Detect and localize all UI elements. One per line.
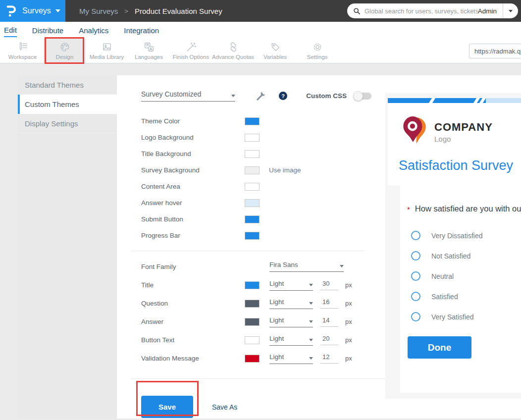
theme-select[interactable]: Survey Customized: [141, 90, 235, 102]
tab-edit[interactable]: Edit: [4, 23, 17, 37]
font-color-swatch[interactable]: [245, 355, 260, 363]
font-color-swatch[interactable]: [245, 300, 260, 308]
font-family-row: Font Family Fira Sans: [141, 257, 385, 276]
save-as-link[interactable]: Save As: [212, 403, 237, 411]
admin-dropdown-button[interactable]: [503, 10, 518, 12]
color-swatch[interactable]: [245, 199, 260, 207]
font-family-value: Fira Sans: [269, 261, 298, 268]
font-color-swatch[interactable]: [245, 318, 260, 326]
radio-button[interactable]: [411, 312, 420, 321]
font-size-field[interactable]: 30: [320, 280, 338, 290]
search-input[interactable]: [365, 7, 478, 15]
color-swatch[interactable]: [245, 215, 260, 223]
unit-label: px: [345, 318, 352, 325]
font-size-field[interactable]: 20: [320, 335, 338, 345]
toolbar-item-finish-options[interactable]: Finish Options: [170, 39, 212, 63]
chevron-down-icon: [309, 284, 313, 286]
option-very-dissatisfied[interactable]: Very Dissatisfied: [411, 225, 521, 246]
font-color-swatch[interactable]: [245, 281, 260, 289]
font-size-field[interactable]: 16: [320, 298, 338, 309]
theme-selector-row: Survey Customized ? Custom CSS: [141, 90, 385, 102]
design-card: Standard Themes Custom Themes Display Se…: [18, 75, 521, 419]
required-asterisk: *: [407, 205, 410, 213]
custom-css-toggle[interactable]: [355, 93, 371, 100]
pencil-list-icon: [17, 42, 29, 52]
proprofs-logo-icon: [6, 4, 18, 17]
option-neutral[interactable]: Neutral: [411, 266, 521, 286]
done-button[interactable]: Done: [408, 336, 471, 359]
color-swatch[interactable]: [245, 166, 260, 174]
admin-menu[interactable]: Admin: [478, 7, 497, 15]
answer-options: Very Dissatisfied Not Satisfied Neutral: [411, 225, 521, 327]
company-logo-text: COMPANY Logo: [434, 121, 493, 143]
survey-url-input[interactable]: [469, 44, 521, 58]
color-row-content-area: Content Area: [141, 178, 385, 195]
radio-button[interactable]: [411, 271, 420, 281]
edit-toolbar: Workspace Design Media Library: [0, 39, 521, 63]
tab-integration[interactable]: Integration: [124, 24, 159, 37]
radio-button[interactable]: [411, 231, 420, 240]
font-family-select[interactable]: Fira Sans: [269, 261, 344, 272]
toolbar-item-design[interactable]: Design: [44, 39, 86, 63]
color-row-progress-bar: Progress Bar: [141, 227, 385, 244]
toolbar-item-settings[interactable]: Settings: [296, 39, 338, 63]
app-window: Surveys My Surveys > Product Evaluation …: [0, 0, 521, 420]
option-not-satisfied[interactable]: Not Satisfied: [411, 246, 521, 266]
chevron-down-icon: [309, 339, 313, 341]
use-image-link[interactable]: Use image: [269, 166, 301, 174]
tab-analytics[interactable]: Analytics: [79, 24, 108, 37]
unit-label: px: [345, 300, 352, 307]
save-row: Save Save As: [141, 396, 385, 418]
save-button[interactable]: Save: [141, 396, 193, 418]
tab-distribute[interactable]: Distribute: [32, 24, 63, 37]
sidebar-item-custom-themes[interactable]: Custom Themes: [18, 95, 117, 114]
edit-theme-button[interactable]: [256, 91, 266, 102]
sidebar-item-standard-themes[interactable]: Standard Themes: [18, 75, 117, 95]
font-row-button-text: Button Text Light 20 px: [141, 331, 385, 349]
custom-css-label: Custom CSS: [306, 92, 347, 100]
image-icon: [101, 42, 113, 52]
toolbar-item-media-library[interactable]: Media Library: [86, 39, 128, 63]
theme-select-value: Survey Customized: [141, 90, 201, 98]
help-icon[interactable]: ?: [279, 92, 287, 100]
toolbar-item-languages[interactable]: Languages: [128, 39, 170, 63]
breadcrumb-parent[interactable]: My Surveys: [79, 7, 118, 15]
font-family-label: Font Family: [141, 263, 269, 270]
font-weight-select[interactable]: Light: [269, 316, 313, 327]
font-weight-select[interactable]: Light: [269, 280, 313, 291]
toolbar-item-workspace[interactable]: Workspace: [1, 39, 44, 63]
radio-button[interactable]: [411, 251, 420, 261]
radio-button[interactable]: [411, 292, 420, 301]
divider: [131, 378, 385, 379]
breadcrumb: My Surveys > Product Evaluation Survey: [79, 0, 222, 22]
breadcrumb-separator: >: [124, 7, 128, 15]
font-size-field[interactable]: 14: [320, 316, 338, 327]
font-weight-select[interactable]: Light: [269, 335, 313, 346]
translate-icon: [143, 42, 155, 52]
color-row-answer-hover: Answer hover: [141, 195, 385, 211]
sidebar-item-display-settings[interactable]: Display Settings: [18, 114, 117, 133]
section-tabs: Edit Distribute Analytics Integration: [0, 22, 521, 39]
unit-label: px: [345, 355, 352, 362]
color-swatch[interactable]: [245, 183, 260, 191]
font-weight-select[interactable]: Light: [269, 298, 313, 309]
option-very-satisfied[interactable]: Very Satisfied: [411, 307, 521, 327]
color-swatch[interactable]: [245, 232, 260, 240]
product-switcher[interactable]: Surveys: [0, 0, 65, 22]
font-color-swatch[interactable]: [245, 336, 260, 344]
color-swatch[interactable]: [245, 150, 260, 158]
color-settings: Theme Color Logo Background Title Backgr…: [141, 113, 385, 244]
color-swatch[interactable]: [245, 134, 260, 142]
breadcrumb-current: Product Evaluation Survey: [135, 7, 222, 15]
question-line: * How satisfied are you with our: [407, 204, 521, 213]
color-row-submit-button: Submit Button: [141, 211, 385, 227]
option-satisfied[interactable]: Satisfied: [411, 286, 521, 307]
company-tagline: Logo: [434, 135, 493, 143]
font-size-field[interactable]: 12: [320, 353, 338, 364]
toolbar-item-advance-quotas[interactable]: Advance Quotas: [212, 39, 254, 63]
global-search: Admin: [347, 3, 518, 18]
chevron-down-icon: [231, 95, 235, 97]
toolbar-item-variables[interactable]: Variables: [254, 39, 296, 63]
font-weight-select[interactable]: Light: [269, 353, 313, 364]
color-swatch[interactable]: [245, 117, 260, 125]
